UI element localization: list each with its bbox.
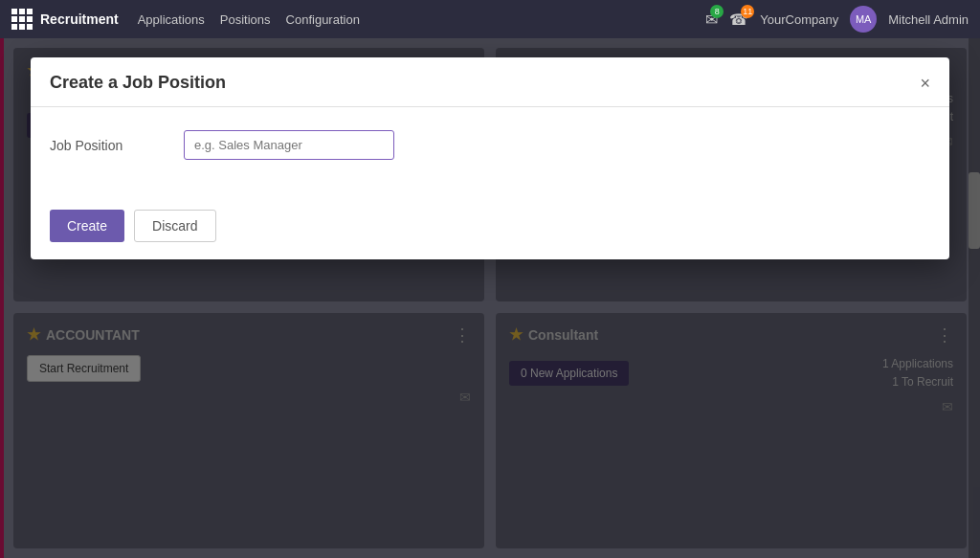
modal-title: Create a Job Position [50, 73, 226, 93]
modal-overlay: Create a Job Position × Job Position Cre… [0, 38, 980, 558]
avatar[interactable]: MA [850, 6, 877, 33]
messages-icon[interactable]: ✉ 8 [705, 11, 718, 29]
create-job-position-modal: Create a Job Position × Job Position Cre… [31, 57, 949, 259]
app-logo: Recruitment [11, 9, 119, 30]
nav-applications[interactable]: Applications [138, 12, 205, 27]
nav-links: Applications Positions Configuration [138, 12, 360, 27]
company-name: YourCompany [760, 12, 838, 27]
modal-close-button[interactable]: × [920, 75, 930, 92]
grid-icon [11, 9, 33, 30]
create-button[interactable]: Create [50, 210, 124, 242]
job-position-input[interactable] [184, 130, 394, 160]
form-row-job-position: Job Position [50, 130, 930, 160]
job-position-label: Job Position [50, 138, 165, 153]
main-area: ★ Assistant Sales Manager ⋮ Mitchell Adm… [0, 38, 980, 558]
phone-badge: 11 [741, 5, 754, 18]
top-nav: Recruitment Applications Positions Confi… [0, 0, 980, 38]
nav-positions[interactable]: Positions [220, 12, 271, 27]
app-name: Recruitment [40, 11, 119, 27]
user-name: Mitchell Admin [888, 12, 969, 27]
modal-header: Create a Job Position × [31, 57, 949, 107]
modal-body: Job Position [31, 107, 949, 198]
discard-button[interactable]: Discard [134, 210, 215, 242]
topnav-right: ✉ 8 ☎ 11 YourCompany MA Mitchell Admin [705, 6, 969, 33]
nav-configuration[interactable]: Configuration [286, 12, 360, 27]
avatar-initials: MA [856, 13, 872, 25]
modal-footer: Create Discard [31, 198, 949, 259]
phone-icon[interactable]: ☎ 11 [729, 11, 748, 29]
messages-badge: 8 [710, 5, 724, 18]
